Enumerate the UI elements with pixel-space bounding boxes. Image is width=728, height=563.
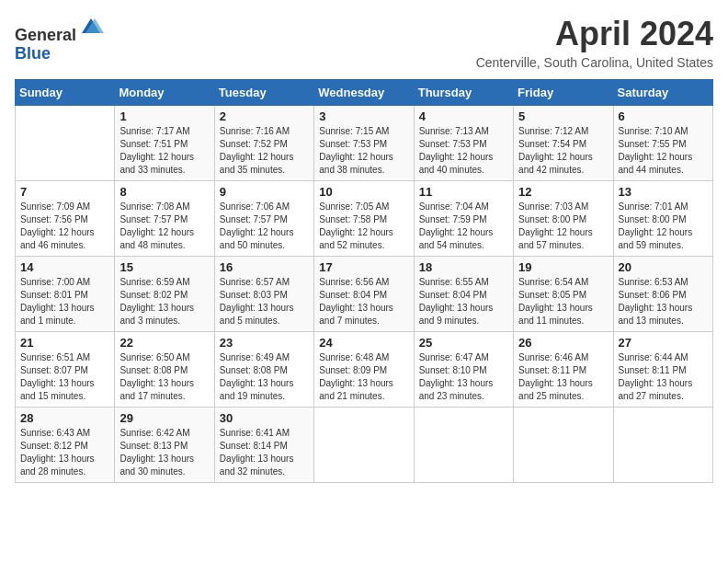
day-info: Sunrise: 6:53 AM Sunset: 8:06 PM Dayligh… bbox=[619, 276, 708, 327]
day-number: 26 bbox=[518, 336, 608, 350]
day-number: 29 bbox=[119, 411, 209, 425]
day-info: Sunrise: 7:10 AM Sunset: 7:55 PM Dayligh… bbox=[619, 125, 708, 177]
logo-general: General bbox=[15, 26, 76, 44]
day-cell: 22Sunrise: 6:50 AM Sunset: 8:08 PM Dayli… bbox=[115, 332, 214, 408]
day-cell: 3Sunrise: 7:15 AM Sunset: 7:53 PM Daylig… bbox=[314, 106, 414, 181]
col-header-saturday: Saturday bbox=[613, 80, 712, 106]
col-header-thursday: Thursday bbox=[414, 80, 513, 106]
day-cell: 29Sunrise: 6:42 AM Sunset: 8:13 PM Dayli… bbox=[115, 408, 214, 483]
day-info: Sunrise: 6:57 AM Sunset: 8:03 PM Dayligh… bbox=[220, 276, 309, 327]
day-cell bbox=[613, 408, 712, 483]
day-info: Sunrise: 6:54 AM Sunset: 8:05 PM Dayligh… bbox=[518, 276, 608, 327]
day-number: 25 bbox=[419, 336, 508, 350]
day-info: Sunrise: 6:51 AM Sunset: 8:07 PM Dayligh… bbox=[20, 351, 109, 403]
day-info: Sunrise: 7:06 AM Sunset: 7:57 PM Dayligh… bbox=[220, 201, 309, 252]
day-info: Sunrise: 6:48 AM Sunset: 8:09 PM Dayligh… bbox=[319, 351, 408, 403]
col-header-monday: Monday bbox=[115, 80, 214, 106]
day-number: 2 bbox=[220, 109, 309, 123]
day-cell: 30Sunrise: 6:41 AM Sunset: 8:14 PM Dayli… bbox=[214, 408, 313, 483]
col-header-sunday: Sunday bbox=[16, 80, 115, 106]
day-info: Sunrise: 7:09 AM Sunset: 7:56 PM Dayligh… bbox=[20, 201, 109, 252]
day-cell: 12Sunrise: 7:03 AM Sunset: 8:00 PM Dayli… bbox=[514, 181, 613, 257]
day-info: Sunrise: 6:47 AM Sunset: 8:10 PM Dayligh… bbox=[419, 351, 508, 403]
day-number: 1 bbox=[119, 109, 209, 123]
week-row-3: 14Sunrise: 7:00 AM Sunset: 8:01 PM Dayli… bbox=[16, 257, 713, 332]
day-number: 24 bbox=[319, 336, 408, 350]
day-number: 8 bbox=[119, 185, 209, 199]
day-cell: 19Sunrise: 6:54 AM Sunset: 8:05 PM Dayli… bbox=[514, 257, 613, 332]
day-cell: 6Sunrise: 7:10 AM Sunset: 7:55 PM Daylig… bbox=[613, 106, 712, 181]
day-info: Sunrise: 6:55 AM Sunset: 8:04 PM Dayligh… bbox=[419, 276, 508, 327]
day-number: 4 bbox=[419, 109, 508, 123]
day-number: 15 bbox=[119, 260, 209, 274]
day-cell: 10Sunrise: 7:05 AM Sunset: 7:58 PM Dayli… bbox=[314, 181, 414, 257]
location: Centerville, South Carolina, United Stat… bbox=[476, 55, 713, 70]
day-info: Sunrise: 7:05 AM Sunset: 7:58 PM Dayligh… bbox=[319, 201, 408, 252]
week-row-5: 28Sunrise: 6:43 AM Sunset: 8:12 PM Dayli… bbox=[16, 408, 713, 483]
day-number: 6 bbox=[619, 109, 708, 123]
day-number: 23 bbox=[220, 336, 309, 350]
day-number: 27 bbox=[619, 336, 708, 350]
day-info: Sunrise: 6:50 AM Sunset: 8:08 PM Dayligh… bbox=[119, 351, 209, 403]
day-info: Sunrise: 7:03 AM Sunset: 8:00 PM Dayligh… bbox=[518, 201, 608, 252]
day-number: 30 bbox=[220, 411, 309, 425]
day-cell: 11Sunrise: 7:04 AM Sunset: 7:59 PM Dayli… bbox=[414, 181, 513, 257]
day-info: Sunrise: 6:59 AM Sunset: 8:02 PM Dayligh… bbox=[119, 276, 209, 327]
day-number: 5 bbox=[518, 109, 608, 123]
week-row-1: 1Sunrise: 7:17 AM Sunset: 7:51 PM Daylig… bbox=[16, 106, 713, 181]
day-info: Sunrise: 6:49 AM Sunset: 8:08 PM Dayligh… bbox=[220, 351, 309, 403]
day-cell: 26Sunrise: 6:46 AM Sunset: 8:11 PM Dayli… bbox=[514, 332, 613, 408]
day-cell bbox=[16, 106, 115, 181]
week-row-4: 21Sunrise: 6:51 AM Sunset: 8:07 PM Dayli… bbox=[16, 332, 713, 408]
day-number: 20 bbox=[619, 260, 708, 274]
logo-icon bbox=[78, 15, 104, 40]
day-cell: 18Sunrise: 6:55 AM Sunset: 8:04 PM Dayli… bbox=[414, 257, 513, 332]
logo: General Blue bbox=[15, 15, 104, 63]
col-header-tuesday: Tuesday bbox=[214, 80, 313, 106]
day-number: 3 bbox=[319, 109, 408, 123]
day-number: 21 bbox=[20, 336, 109, 350]
week-row-2: 7Sunrise: 7:09 AM Sunset: 7:56 PM Daylig… bbox=[16, 181, 713, 257]
day-cell bbox=[514, 408, 613, 483]
title-block: April 2024 Centerville, South Carolina, … bbox=[476, 15, 713, 70]
day-cell: 2Sunrise: 7:16 AM Sunset: 7:52 PM Daylig… bbox=[214, 106, 313, 181]
col-header-wednesday: Wednesday bbox=[314, 80, 414, 106]
day-cell: 14Sunrise: 7:00 AM Sunset: 8:01 PM Dayli… bbox=[16, 257, 115, 332]
day-cell: 7Sunrise: 7:09 AM Sunset: 7:56 PM Daylig… bbox=[16, 181, 115, 257]
day-number: 28 bbox=[20, 411, 109, 425]
day-info: Sunrise: 6:41 AM Sunset: 8:14 PM Dayligh… bbox=[220, 427, 309, 478]
day-cell: 9Sunrise: 7:06 AM Sunset: 7:57 PM Daylig… bbox=[214, 181, 313, 257]
day-cell: 15Sunrise: 6:59 AM Sunset: 8:02 PM Dayli… bbox=[115, 257, 214, 332]
day-cell: 17Sunrise: 6:56 AM Sunset: 8:04 PM Dayli… bbox=[314, 257, 414, 332]
day-cell: 1Sunrise: 7:17 AM Sunset: 7:51 PM Daylig… bbox=[115, 106, 214, 181]
day-info: Sunrise: 7:00 AM Sunset: 8:01 PM Dayligh… bbox=[20, 276, 109, 327]
day-number: 22 bbox=[119, 336, 209, 350]
day-cell bbox=[414, 408, 513, 483]
day-info: Sunrise: 7:17 AM Sunset: 7:51 PM Dayligh… bbox=[119, 125, 209, 177]
day-number: 17 bbox=[319, 260, 408, 274]
logo-blue: Blue bbox=[15, 44, 51, 63]
day-number: 12 bbox=[518, 185, 608, 199]
day-info: Sunrise: 7:13 AM Sunset: 7:53 PM Dayligh… bbox=[419, 125, 508, 177]
day-info: Sunrise: 7:12 AM Sunset: 7:54 PM Dayligh… bbox=[518, 125, 608, 177]
day-number: 16 bbox=[220, 260, 309, 274]
day-cell: 13Sunrise: 7:01 AM Sunset: 8:00 PM Dayli… bbox=[613, 181, 712, 257]
day-cell: 24Sunrise: 6:48 AM Sunset: 8:09 PM Dayli… bbox=[314, 332, 414, 408]
day-number: 13 bbox=[619, 185, 708, 199]
day-info: Sunrise: 6:46 AM Sunset: 8:11 PM Dayligh… bbox=[518, 351, 608, 403]
day-cell: 5Sunrise: 7:12 AM Sunset: 7:54 PM Daylig… bbox=[514, 106, 613, 181]
day-info: Sunrise: 7:16 AM Sunset: 7:52 PM Dayligh… bbox=[220, 125, 309, 177]
day-cell: 28Sunrise: 6:43 AM Sunset: 8:12 PM Dayli… bbox=[16, 408, 115, 483]
day-info: Sunrise: 7:04 AM Sunset: 7:59 PM Dayligh… bbox=[419, 201, 508, 252]
day-cell: 23Sunrise: 6:49 AM Sunset: 8:08 PM Dayli… bbox=[214, 332, 313, 408]
day-number: 9 bbox=[220, 185, 309, 199]
day-number: 10 bbox=[319, 185, 408, 199]
day-info: Sunrise: 6:43 AM Sunset: 8:12 PM Dayligh… bbox=[20, 427, 109, 478]
day-cell: 25Sunrise: 6:47 AM Sunset: 8:10 PM Dayli… bbox=[414, 332, 513, 408]
day-info: Sunrise: 6:44 AM Sunset: 8:11 PM Dayligh… bbox=[619, 351, 708, 403]
page-header: General Blue April 2024 Centerville, Sou… bbox=[15, 15, 713, 70]
day-info: Sunrise: 7:01 AM Sunset: 8:00 PM Dayligh… bbox=[619, 201, 708, 252]
col-header-friday: Friday bbox=[514, 80, 613, 106]
day-number: 11 bbox=[419, 185, 508, 199]
day-number: 19 bbox=[518, 260, 608, 274]
